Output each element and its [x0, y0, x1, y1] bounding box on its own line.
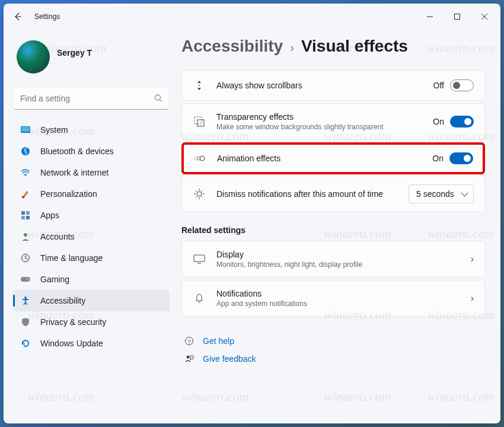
sidebar-item-label: Privacy & security	[40, 317, 106, 327]
transparency-icon	[193, 115, 206, 128]
sidebar: Sergey T System Bluetooth & devices Netw…	[4, 30, 176, 423]
setting-dismiss-notifications[interactable]: Dismiss notifications after this amount …	[181, 176, 485, 212]
feedback-link[interactable]: Give feedback	[181, 350, 485, 368]
gamepad-icon	[20, 274, 31, 285]
svg-line-35	[202, 196, 203, 197]
setting-subtitle: Make some window backgrounds slightly tr…	[216, 123, 422, 131]
sidebar-item-label: Accessibility	[40, 296, 85, 305]
search-input[interactable]	[14, 88, 168, 110]
titlebar: Settings	[4, 4, 500, 30]
minimize-button[interactable]	[416, 7, 444, 26]
setting-title: Always show scrollbars	[216, 81, 423, 90]
close-icon	[481, 14, 487, 20]
sidebar-item-apps[interactable]: Apps	[13, 205, 170, 226]
bluetooth-icon	[20, 146, 31, 157]
monitor-icon	[193, 253, 206, 266]
svg-point-15	[24, 233, 27, 237]
related-notifications[interactable]: Notifications App and system notificatio…	[181, 280, 485, 317]
svg-text:?: ?	[187, 339, 190, 345]
setting-title: Animation effects	[217, 154, 422, 163]
profile-block[interactable]: Sergey T	[13, 34, 170, 85]
setting-scrollbars[interactable]: Always show scrollbars Off	[181, 70, 485, 101]
link-label: Get help	[203, 336, 234, 346]
svg-point-4	[155, 95, 161, 100]
breadcrumb-parent[interactable]: Accessibility	[181, 37, 283, 56]
setting-title: Transparency effects	[216, 112, 422, 122]
svg-line-36	[202, 190, 203, 192]
scrollbar-icon	[193, 79, 206, 92]
sidebar-item-label: Accounts	[40, 232, 75, 241]
sidebar-item-label: Gaming	[40, 275, 69, 284]
svg-rect-11	[21, 211, 25, 215]
feedback-icon	[184, 353, 194, 364]
svg-line-37	[196, 196, 197, 197]
sidebar-item-accessibility[interactable]: Accessibility	[13, 290, 170, 311]
shield-icon	[20, 317, 31, 327]
profile-email	[57, 58, 92, 66]
close-button[interactable]	[471, 7, 498, 26]
svg-point-9	[25, 175, 26, 176]
dropdown-value: 5 seconds	[416, 189, 454, 199]
animation-toggle[interactable]	[449, 152, 473, 164]
setting-subtitle: Monitors, brightness, night light, displ…	[216, 260, 460, 269]
breadcrumb: Accessibility › Visual effects	[181, 37, 485, 56]
svg-rect-24	[194, 117, 202, 124]
setting-transparency[interactable]: Transparency effects Make some window ba…	[181, 103, 485, 140]
sidebar-item-label: Personalization	[40, 189, 97, 199]
animation-icon	[193, 152, 206, 165]
svg-rect-13	[21, 216, 25, 219]
setting-title: Notifications	[216, 289, 460, 298]
sidebar-item-label: Bluetooth & devices	[40, 146, 114, 156]
svg-rect-25	[197, 120, 204, 126]
arrow-left-icon	[13, 12, 23, 21]
back-button[interactable]	[6, 5, 30, 28]
sidebar-item-system[interactable]: System	[13, 119, 170, 141]
maximize-icon	[454, 14, 460, 20]
search-box[interactable]	[14, 88, 168, 110]
sidebar-item-time[interactable]: Time & language	[13, 247, 170, 269]
svg-rect-1	[455, 14, 460, 20]
toggle-state: On	[432, 154, 444, 163]
breadcrumb-current: Visual effects	[301, 37, 408, 56]
toggle-state: Off	[433, 81, 444, 90]
chevron-right-icon: ›	[471, 293, 474, 304]
svg-line-34	[196, 190, 197, 192]
get-help-link[interactable]: ? Get help	[181, 332, 485, 350]
apps-icon	[20, 210, 31, 221]
maximize-button[interactable]	[444, 7, 471, 26]
avatar	[17, 40, 50, 74]
svg-rect-7	[21, 127, 30, 132]
sidebar-item-personalization[interactable]: Personalization	[13, 183, 170, 205]
wifi-icon	[20, 167, 31, 178]
sidebar-item-label: Time & language	[40, 253, 103, 263]
svg-point-42	[187, 356, 190, 359]
setting-title: Dismiss notifications after this amount …	[216, 189, 398, 199]
svg-point-22	[24, 297, 27, 299]
bell-icon	[193, 292, 206, 305]
setting-title: Display	[216, 250, 460, 259]
chevron-right-icon: ›	[290, 41, 294, 55]
main-content: Accessibility › Visual effects Always sh…	[176, 30, 500, 423]
person-icon	[20, 231, 31, 242]
brightness-icon	[193, 187, 206, 200]
sidebar-item-network[interactable]: Network & internet	[13, 162, 170, 183]
sidebar-item-label: Windows Update	[40, 339, 103, 348]
search-icon	[154, 94, 162, 104]
svg-rect-10	[22, 196, 24, 198]
sidebar-item-update[interactable]: Windows Update	[13, 333, 170, 354]
svg-point-23	[199, 85, 200, 86]
svg-point-20	[27, 278, 28, 279]
accessibility-icon	[20, 295, 31, 306]
sidebar-item-accounts[interactable]: Accounts	[13, 226, 170, 247]
profile-name: Sergey T	[57, 48, 92, 58]
related-display[interactable]: Display Monitors, brightness, night ligh…	[181, 241, 485, 278]
sidebar-item-privacy[interactable]: Privacy & security	[13, 311, 170, 333]
sidebar-item-gaming[interactable]: Gaming	[13, 269, 170, 290]
setting-animation[interactable]: Animation effects On	[181, 142, 485, 174]
toggle-state: On	[433, 117, 444, 126]
svg-rect-38	[194, 255, 205, 262]
sidebar-item-bluetooth[interactable]: Bluetooth & devices	[13, 141, 170, 162]
transparency-toggle[interactable]	[450, 116, 474, 128]
dismiss-dropdown[interactable]: 5 seconds	[409, 184, 474, 203]
scrollbars-toggle[interactable]	[450, 79, 474, 91]
